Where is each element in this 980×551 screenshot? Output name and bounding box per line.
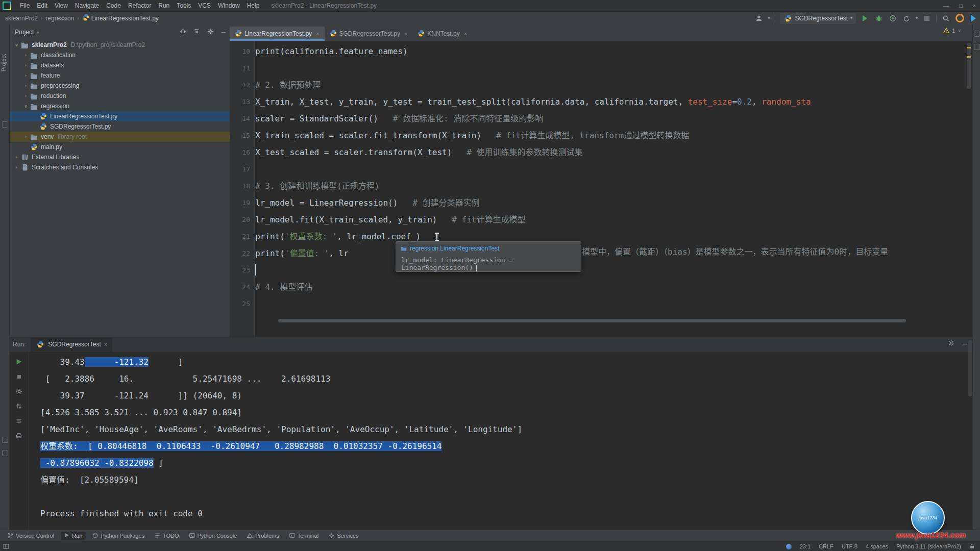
locate-file-icon[interactable] [180, 28, 186, 36]
toolwindow-button-terminal[interactable]: Terminal [286, 532, 323, 540]
updates-icon[interactable] [955, 14, 964, 23]
lock-icon[interactable] [969, 543, 975, 550]
vertical-scrollbar[interactable] [967, 43, 971, 89]
inspections-widget[interactable]: 1 ∨ [943, 28, 961, 34]
hide-run-panel-icon[interactable]: ─ [963, 340, 967, 347]
tree-item-feature[interactable]: ›feature [10, 70, 230, 81]
line-ending[interactable]: CRLF [819, 543, 834, 549]
tree-expand-chevron[interactable]: ∨ [22, 104, 30, 109]
tree-expand-chevron[interactable]: › [22, 53, 30, 58]
run-settings-icon[interactable] [15, 387, 23, 395]
quick-doc-popup[interactable]: regression.LinearRegressionTest lr_model… [396, 241, 581, 272]
tab-close-icon[interactable]: × [464, 31, 467, 37]
menu-item-view[interactable]: View [51, 0, 71, 11]
console-scrollbar[interactable] [968, 340, 972, 396]
soft-wrap-icon[interactable] [15, 417, 23, 425]
menu-item-file[interactable]: File [16, 0, 33, 11]
interpreter-status-icon[interactable] [786, 544, 792, 549]
tree-item-scratches-and-consoles[interactable]: ›Scratches and Consoles [10, 162, 230, 172]
stack-trace-arrows-icon[interactable] [15, 402, 23, 410]
structure-stripe-icon[interactable] [2, 437, 8, 443]
toolwindow-button-python-console[interactable]: Python Console [186, 532, 241, 540]
tree-expand-chevron[interactable]: › [13, 165, 20, 170]
tree-expand-chevron[interactable]: › [22, 93, 30, 98]
tab-close-icon[interactable]: × [316, 31, 319, 37]
close-icon[interactable]: × [104, 341, 107, 347]
run-button[interactable] [861, 14, 870, 23]
warning-stripe-mark[interactable] [967, 47, 971, 48]
breadcrumb-item-linearregressiontest-py[interactable]: LinearRegressionTest.py [82, 14, 159, 22]
tree-expand-chevron[interactable]: › [22, 83, 30, 88]
tree-item-external-libraries[interactable]: ›External Libraries [10, 152, 230, 162]
menu-item-refactor[interactable]: Refactor [125, 0, 155, 11]
tree-item-reduction[interactable]: ›reduction [10, 91, 230, 101]
menu-item-window[interactable]: Window [214, 0, 243, 11]
tree-item-main-py[interactable]: main.py [10, 142, 230, 152]
tree-item-preprocessing[interactable]: ›preprocessing [10, 81, 230, 91]
toolwindow-button-python-packages[interactable]: Python Packages [89, 532, 148, 540]
tool-stripe-project[interactable]: Project [1, 54, 7, 71]
profiler-dropdown-arrow[interactable]: ▾ [916, 16, 918, 20]
search-everywhere-icon[interactable] [941, 14, 950, 23]
project-view-dropdown-arrow[interactable]: ▾ [37, 30, 39, 35]
bookmark-stripe-icon[interactable] [2, 121, 8, 128]
tree-expand-chevron[interactable]: › [22, 73, 30, 78]
collapse-all-icon[interactable] [193, 28, 200, 36]
favorites-stripe-icon[interactable] [2, 450, 8, 456]
tree-expand-chevron[interactable]: › [13, 155, 20, 160]
caret-position[interactable]: 23:1 [800, 543, 811, 549]
toolwindow-button-todo[interactable]: TODO [151, 532, 183, 540]
horizontal-scrollbar[interactable] [278, 319, 906, 322]
tool-window-toggle-icon[interactable] [3, 543, 9, 549]
menu-item-code[interactable]: Code [103, 0, 125, 11]
debug-button[interactable] [874, 14, 884, 23]
tree-item-sklearnpro2[interactable]: ∨sklearnPro2D:\python_proj\sklearnPro2 [10, 40, 230, 50]
notifications-stripe-icon[interactable] [974, 31, 980, 37]
print-console-icon[interactable] [15, 432, 23, 440]
close-button[interactable]: × [973, 3, 976, 9]
user-profile-icon[interactable] [754, 14, 764, 23]
warning-stripe-mark[interactable] [967, 56, 971, 58]
tree-expand-chevron[interactable]: › [22, 63, 30, 68]
indent-style[interactable]: 4 spaces [866, 543, 888, 549]
python-interpreter[interactable]: Python 3.11 (sklearnPro2) [896, 543, 961, 549]
menu-item-edit[interactable]: Edit [33, 0, 51, 11]
popup-header-link[interactable]: regression.LinearRegressionTest [410, 245, 499, 252]
breadcrumb-item-regression[interactable]: regression [45, 15, 74, 22]
database-stripe-icon[interactable] [974, 44, 980, 50]
tree-item-linearregressiontest-py[interactable]: LinearRegressionTest.py [10, 111, 230, 121]
tree-item-regression[interactable]: ∨regression [10, 101, 230, 111]
learn-icon[interactable] [969, 14, 978, 23]
menu-item-run[interactable]: Run [155, 0, 173, 11]
settings-gear-icon[interactable] [207, 28, 214, 36]
toolwindow-button-version-control[interactable]: Version Control [4, 532, 58, 540]
tab-knntest-py[interactable]: KNNTest.py× [412, 27, 472, 41]
user-dropdown-arrow[interactable]: ▾ [768, 16, 770, 20]
minimize-button[interactable]: — [943, 3, 949, 9]
project-panel-title[interactable]: Project [15, 29, 34, 36]
tree-item-venv[interactable]: ›venvlibrary root [10, 132, 230, 142]
maximize-button[interactable]: □ [959, 3, 963, 9]
file-encoding[interactable]: UTF-8 [842, 543, 857, 549]
coverage-button[interactable] [888, 14, 897, 23]
hide-panel-icon[interactable]: ─ [221, 29, 226, 36]
menu-item-tools[interactable]: Tools [173, 0, 194, 11]
run-console-output[interactable]: 39.43 -121.32 ] [ 2.3886 16. 5.25471698 … [40, 352, 962, 530]
menu-item-vcs[interactable]: VCS [194, 0, 214, 11]
tree-item-classification[interactable]: ›classification [10, 50, 230, 60]
stop-button[interactable] [15, 372, 23, 381]
toolwindow-button-run[interactable]: Run [61, 532, 86, 540]
toolwindow-button-services[interactable]: Services [325, 532, 362, 540]
rerun-button[interactable] [15, 358, 23, 366]
toolwindow-button-problems[interactable]: Problems [243, 532, 282, 540]
menu-item-navigate[interactable]: Navigate [71, 0, 103, 11]
tree-expand-chevron[interactable]: ∨ [13, 42, 20, 47]
menu-item-help[interactable]: Help [243, 0, 263, 11]
profiler-button[interactable] [902, 14, 911, 23]
tree-item-sgdregressortest-py[interactable]: SGDRegressorTest.py [10, 121, 230, 132]
tab-sgdregressortest-py[interactable]: SGDRegressorTest.py× [325, 27, 413, 41]
tab-linearregressiontest-py[interactable]: LinearRegressionTest.py× [230, 27, 325, 41]
breadcrumb-item-sklearnpro2[interactable]: sklearnPro2 [5, 15, 38, 22]
run-configuration-select[interactable]: SGDRegressorTest ▾ [780, 13, 856, 24]
run-settings-gear-icon[interactable] [948, 340, 954, 348]
